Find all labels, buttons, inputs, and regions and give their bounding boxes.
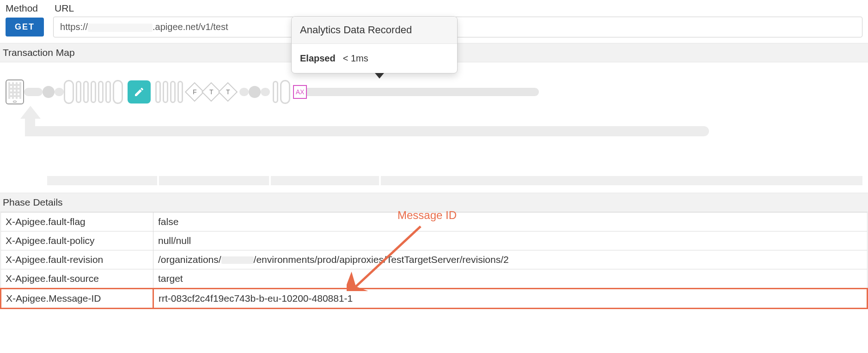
- phase-name: X-Apigee.fault-revision: [1, 250, 153, 269]
- url-label: URL: [55, 3, 74, 14]
- map-connector: [239, 88, 249, 96]
- phase-details-table: X-Apigee.fault-flagfalseX-Apigee.fault-p…: [0, 212, 868, 309]
- phase-value: /organizations//environments/prod/apipro…: [153, 250, 868, 269]
- phase-slice[interactable]: [381, 176, 862, 185]
- phase-name: X-Apigee.fault-policy: [1, 231, 153, 250]
- map-pill[interactable]: [280, 80, 290, 104]
- condition-node[interactable]: T: [218, 82, 238, 102]
- map-pill[interactable]: [113, 80, 123, 104]
- map-pill[interactable]: [163, 81, 168, 103]
- condition-t-label: T: [209, 88, 214, 96]
- pencil-icon: [134, 86, 145, 97]
- phase-value: false: [153, 213, 868, 231]
- map-pill[interactable]: [91, 81, 96, 103]
- map-pill[interactable]: [83, 81, 89, 103]
- map-connector: [261, 88, 270, 96]
- tooltip-title: Analytics Data Recorded: [292, 17, 457, 44]
- map-pill[interactable]: [76, 81, 81, 103]
- map-pill[interactable]: [155, 81, 161, 103]
- phase-value: target: [153, 269, 868, 289]
- url-suffix: .apigee.net/v1/test: [153, 22, 228, 32]
- method-label: Method: [6, 3, 38, 14]
- method-get-button[interactable]: GET: [6, 18, 44, 37]
- map-pill[interactable]: [64, 80, 74, 104]
- map-pill[interactable]: [177, 81, 183, 103]
- url-redacted-host-icon: [88, 24, 153, 32]
- table-row: X-Apigee.Message-IDrrt-083cf2c4f19ec743b…: [1, 289, 868, 309]
- table-row: X-Apigee.fault-revision/organizations//e…: [1, 250, 868, 269]
- analytics-ax-label: AX: [296, 88, 305, 96]
- tooltip-elapsed-value: < 1ms: [343, 53, 368, 64]
- table-row: X-Apigee.fault-sourcetarget: [1, 269, 868, 289]
- return-flow-arrow-icon: [6, 109, 709, 136]
- tooltip-elapsed-label: Elapsed: [300, 53, 336, 64]
- phase-slice[interactable]: [47, 176, 157, 185]
- map-pill[interactable]: [170, 81, 176, 103]
- redacted-org-icon: [221, 256, 254, 264]
- annotation-message-id-label: Message ID: [397, 209, 457, 222]
- client-device-icon[interactable]: [6, 79, 24, 104]
- condition-t-label: T: [226, 88, 230, 96]
- transaction-map: F T T AX: [6, 73, 862, 110]
- condition-f-label: F: [193, 88, 197, 96]
- map-connector: [55, 88, 64, 96]
- phase-slice[interactable]: [271, 176, 379, 185]
- table-row: X-Apigee.fault-policynull/null: [1, 231, 868, 250]
- map-connector: [307, 88, 539, 96]
- phase-name: X-Apigee.fault-flag: [1, 213, 153, 231]
- phase-value: null/null: [153, 231, 868, 250]
- tooltip-analytics: Analytics Data Recorded Elapsed < 1ms: [291, 16, 458, 73]
- map-pill[interactable]: [105, 81, 111, 103]
- map-connector: [24, 88, 43, 96]
- phase-name: X-Apigee.fault-source: [1, 269, 153, 289]
- map-node[interactable]: [43, 86, 55, 98]
- url-prefix: https://: [60, 22, 88, 32]
- url-input[interactable]: https://.apigee.net/v1/test: [53, 17, 862, 37]
- edit-policy-tile[interactable]: [128, 80, 151, 103]
- analytics-node[interactable]: AX: [293, 85, 307, 99]
- map-pill[interactable]: [98, 81, 104, 103]
- map-pill[interactable]: [273, 81, 278, 103]
- map-node[interactable]: [249, 86, 261, 98]
- phase-slice[interactable]: [159, 176, 269, 185]
- phase-value: rrt-083cf2c4f19ec743b-b-eu-10200-480881-…: [153, 289, 868, 309]
- tooltip-pointer-icon: [375, 73, 384, 79]
- phase-name: X-Apigee.Message-ID: [1, 289, 153, 309]
